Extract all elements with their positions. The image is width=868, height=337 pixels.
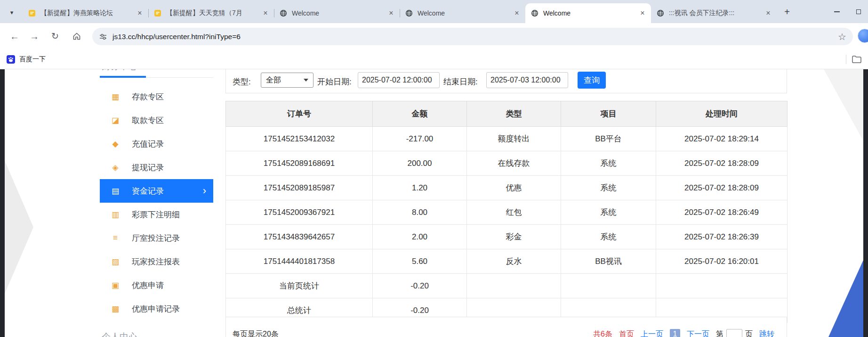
browser-tab[interactable]: Welcome× (525, 3, 651, 23)
table-cell: 1.20 (373, 176, 467, 200)
home-button[interactable] (69, 28, 85, 44)
start-date-input[interactable] (358, 72, 440, 88)
table-cell: 1751434839642657 (226, 225, 373, 249)
page-scrollbar-edge[interactable] (863, 69, 868, 337)
tab-close-icon[interactable]: × (261, 8, 270, 18)
bottom-right-blue-triangle (828, 260, 863, 337)
column-header: 类型 (467, 101, 561, 127)
profile-avatar[interactable] (858, 29, 868, 43)
tab-close-icon[interactable]: × (764, 8, 773, 18)
tab-close-icon[interactable]: × (135, 8, 145, 18)
other-bookmarks-folder-icon[interactable] (852, 56, 861, 63)
first-page-link[interactable]: 首页 (619, 329, 634, 337)
type-select[interactable]: 全部 (261, 73, 313, 88)
tab-title: Welcome (543, 9, 638, 17)
jump-page-input[interactable] (726, 329, 742, 337)
new-tab-button[interactable]: + (780, 5, 794, 18)
sidebar-item-recharge-records[interactable]: ◆充值记录 (100, 132, 213, 156)
globe-icon (280, 9, 287, 17)
sidebar-active-underline (100, 76, 146, 78)
cashout-records-icon: ◈ (111, 163, 120, 173)
table-cell: 1751444401817358 (226, 249, 373, 274)
column-header: 处理时间 (656, 101, 788, 127)
column-header: 订单号 (226, 101, 373, 127)
left-watermark-triangle (5, 161, 33, 294)
sidebar-footer-title: 个人中心 (102, 331, 137, 337)
divider (846, 55, 846, 64)
tab-close-icon[interactable]: × (512, 8, 522, 18)
site-settings-icon[interactable] (99, 33, 107, 41)
window-controls (826, 0, 868, 23)
browser-tab[interactable]: 【新提醒】天天竞猜（7月× (148, 3, 274, 23)
table-cell: 5.60 (373, 249, 467, 274)
page-size-text: 每页显示20条 (233, 329, 279, 337)
globe-icon (531, 9, 538, 17)
current-page-badge[interactable]: 1 (670, 329, 680, 337)
tab-close-icon[interactable]: × (386, 8, 396, 18)
sidebar-item-player-bet-report[interactable]: ▨玩家投注报表 (100, 250, 213, 273)
bookmark-star-icon[interactable]: ☆ (838, 31, 846, 42)
minimize-button[interactable] (826, 0, 848, 23)
withdraw-zone-icon: ◪ (111, 115, 120, 125)
sidebar-item-deposit-zone[interactable]: ▦存款专区 (100, 85, 213, 108)
total-count-text: 共6条 (593, 329, 612, 337)
table-cell: 2025-07-02 18:28:09 (656, 176, 788, 200)
pagination-panel: 每页显示20条 共6条 首页 上一页 1 下一页 第 页 跳转 (225, 317, 787, 337)
prev-page-link[interactable]: 上一页 (641, 329, 663, 337)
bookmark-baidu[interactable]: 百度一下 (7, 50, 46, 69)
home-icon (72, 32, 81, 41)
url-text[interactable]: js13.cc/hhcp/usercenter.html?iniType=6 (113, 33, 838, 41)
sidebar-item-promo-apply-records[interactable]: ▩优惠申请记录 (100, 297, 213, 321)
search-button[interactable]: 查询 (578, 72, 606, 89)
sidebar-item-lottery-bet-details[interactable]: ▥彩票下注明细 (100, 203, 213, 226)
address-bar: ← → ↻ js13.cc/hhcp/usercenter.html?iniTy… (0, 23, 868, 50)
table-cell: 系统 (561, 225, 656, 249)
table-cell: 在线存款 (467, 151, 561, 176)
funds-records-table: 订单号金额类型项目处理时间 1751452153412032-217.00额度转… (225, 101, 788, 323)
jump-button[interactable]: 跳转 (759, 329, 774, 337)
table-cell: 1751452089168691 (226, 151, 373, 176)
sidebar-item-withdraw-zone[interactable]: ◪取款专区 (100, 108, 213, 132)
table-cell: 红包 (467, 200, 561, 225)
forum-icon (154, 9, 161, 17)
table-cell: 系统 (561, 176, 656, 200)
column-header: 项目 (561, 101, 656, 127)
table-cell: 1751452153412032 (226, 127, 373, 151)
globe-icon (405, 9, 413, 17)
table-cell: 2025-07-02 16:20:01 (656, 249, 788, 274)
sidebar-item-hall-bet-records[interactable]: ≡厅室投注记录 (100, 226, 213, 250)
tab-close-icon[interactable]: × (638, 8, 647, 18)
browser-tab[interactable]: 【新提醒】海燕策略论坛× (23, 3, 148, 23)
table-cell (561, 274, 656, 298)
player-bet-report-icon: ▨ (111, 257, 120, 267)
table-row: 17514444018173585.60反水BB视讯2025-07-02 16:… (226, 249, 788, 274)
browser-tab[interactable]: Welcome× (400, 3, 525, 23)
forward-button[interactable]: → (26, 28, 42, 44)
maximize-button[interactable] (848, 0, 868, 23)
globe-icon (657, 9, 664, 17)
bookmarks-bar: 百度一下 (0, 50, 868, 69)
tab-search-button[interactable]: ▾ (5, 6, 19, 18)
top-right-watermark-triangle (824, 69, 863, 141)
type-select-value: 全部 (266, 75, 281, 85)
reload-button[interactable]: ↻ (47, 28, 63, 44)
table-cell: BB平台 (561, 127, 656, 151)
sidebar-item-funds-records[interactable]: ▤资金记录› (100, 179, 213, 203)
end-date-input[interactable] (486, 72, 568, 88)
table-cell: 额度转出 (467, 127, 561, 151)
table-cell: 当前页统计 (226, 274, 373, 298)
next-page-link[interactable]: 下一页 (687, 329, 709, 337)
tab-title: Welcome (418, 9, 512, 17)
table-row: 17514520891859871.20优惠系统2025-07-02 18:28… (226, 176, 788, 200)
sidebar-item-cashout-records[interactable]: ◈提现记录 (100, 156, 213, 179)
table-row: 1751452153412032-217.00额度转出BB平台2025-07-0… (226, 127, 788, 151)
start-date-label: 开始日期: (317, 76, 352, 87)
browser-tab[interactable]: Welcome× (274, 3, 400, 23)
maximize-icon (856, 9, 861, 14)
browser-tab[interactable]: :::视讯 会员下注纪录:::× (651, 3, 777, 23)
url-bar[interactable]: js13.cc/hhcp/usercenter.html?iniType=6 ☆ (92, 28, 853, 45)
promo-apply-icon: ▣ (111, 280, 120, 290)
sidebar-item-promo-apply[interactable]: ▣优惠申请 (100, 273, 213, 297)
table-cell: 1751452089185987 (226, 176, 373, 200)
back-button[interactable]: ← (7, 28, 23, 44)
